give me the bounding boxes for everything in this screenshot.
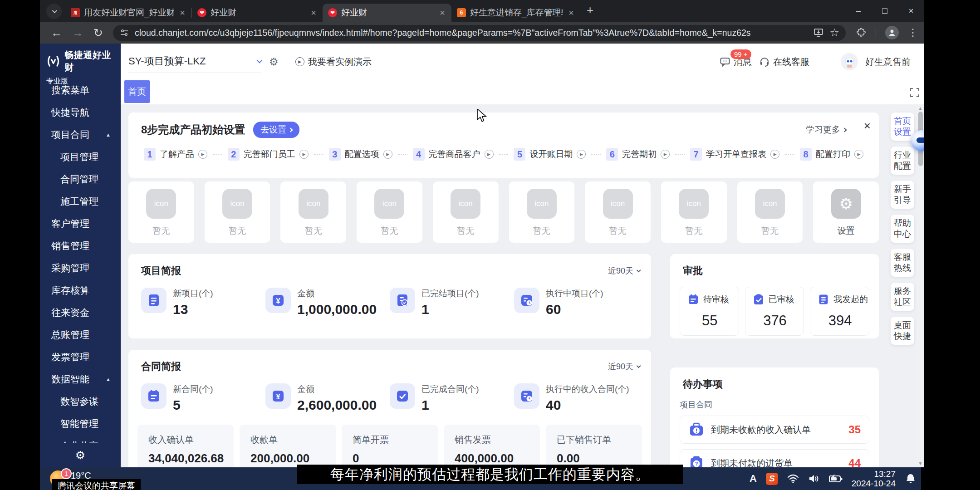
setup-step[interactable]: 8配置打印▶	[800, 148, 863, 161]
shortcut-card[interactable]: icon暂无	[128, 181, 194, 243]
browser-tab-3-active[interactable]: ❤ 好业财 ×	[323, 4, 451, 22]
shortcut-card[interactable]: icon暂无	[737, 181, 803, 243]
tab-search-button[interactable]	[46, 4, 62, 19]
tab-close-icon[interactable]: ×	[309, 8, 318, 18]
shortcut-card[interactable]: icon暂无	[433, 181, 499, 243]
minimize-button[interactable]: –	[845, 6, 872, 16]
maximize-button[interactable]: □	[872, 6, 898, 16]
approval-initiated-card[interactable]: 我发起的 394	[810, 287, 869, 336]
extensions-icon[interactable]	[856, 27, 867, 38]
sidebar-item-project-mgmt[interactable]: 项目管理	[40, 146, 121, 168]
account-selector[interactable]: SY-项目预算-LKZ	[128, 54, 261, 73]
user-avatar[interactable]	[841, 53, 858, 70]
reload-icon[interactable]: ↻	[93, 26, 103, 39]
date-range-select[interactable]: 近90天	[608, 361, 639, 372]
browser-tab-4[interactable]: 6 好生意进销存_库存管理软件系统 ×	[451, 4, 580, 22]
tab-title: 用友好业财官网_好业财报价_ap	[84, 7, 174, 19]
rail-service-community[interactable]: 服务社区	[891, 283, 914, 311]
tab-close-icon[interactable]: ×	[567, 8, 576, 18]
browser-profile-avatar[interactable]	[885, 26, 899, 39]
sidebar-item-quick-nav[interactable]: 快捷导航	[40, 101, 121, 123]
setup-step[interactable]: 4完善商品客户▶	[413, 148, 494, 161]
tile-income-confirm[interactable]: 收入确认单34,040,026.68	[137, 425, 234, 467]
sogou-input-icon[interactable]: S	[766, 473, 778, 485]
setup-step[interactable]: 1了解产品▶	[144, 148, 207, 161]
scroll-up-icon[interactable]: ▲	[917, 106, 923, 111]
sidebar-item-data-intelligence[interactable]: 数据智能▲	[40, 368, 121, 390]
rail-novice-guide[interactable]: 新手引导	[891, 181, 914, 209]
shortcut-card[interactable]: icon暂无	[509, 181, 575, 243]
sidebar-item-contract-mgmt[interactable]: 合同管理	[40, 168, 121, 190]
sidebar-item-purchase-mgmt[interactable]: 采购管理	[40, 257, 121, 279]
fullscreen-icon[interactable]	[910, 88, 920, 98]
sidebar-item-smart-advisor[interactable]: 数智参谋	[40, 390, 121, 412]
tile-sales-orders[interactable]: 已下销售订单0.00	[546, 425, 642, 467]
bookmark-star-icon[interactable]: ☆	[829, 26, 839, 39]
sidebar-item-funds[interactable]: 往来资金	[40, 301, 121, 323]
date-range-select[interactable]: 近90天	[608, 265, 639, 276]
browser-tab-2[interactable]: ❤ 好业财 ×	[192, 4, 323, 22]
setup-step[interactable]: 6完善期初▶	[606, 148, 670, 161]
rail-desktop-shortcut[interactable]: 桌面快捷	[891, 317, 914, 345]
header-gear-icon[interactable]: ⚙	[269, 56, 279, 68]
browser-tab-1[interactable]: 用 用友好业财官网_好业财报价_ap ×	[65, 4, 191, 22]
sidebar-item-smart-mgmt[interactable]: 智能管理	[40, 412, 121, 435]
forward-icon[interactable]: →	[72, 26, 83, 39]
tile-receipt[interactable]: 收款单200,000.00	[240, 425, 336, 467]
placeholder-icon: icon	[451, 189, 480, 219]
window-close-button[interactable]: ×	[898, 6, 924, 16]
browser-menu-kebab-icon[interactable]: ⋮	[908, 27, 918, 39]
learn-more-link[interactable]: 学习更多	[806, 124, 846, 136]
sidebar-item-construction-mgmt[interactable]: 施工管理	[40, 190, 121, 212]
todo-item-unpaid-income[interactable]: 到期未收款的收入确认单 35	[680, 416, 869, 444]
approval-pending-card[interactable]: 待审核 55	[680, 287, 739, 336]
rail-service-hotline[interactable]: 客服热线	[891, 249, 914, 277]
shortcut-card[interactable]: icon暂无	[661, 181, 727, 243]
volume-icon[interactable]	[808, 474, 820, 484]
todo-item-unpaid-purchase[interactable]: ? 到期未付款的进货单 44	[680, 449, 869, 467]
setup-step[interactable]: 2完善部门员工▶	[228, 148, 309, 161]
shortcut-card[interactable]: icon暂无	[585, 181, 651, 243]
setup-step[interactable]: 5设开账日期▶	[514, 148, 586, 161]
shortcut-card[interactable]: icon暂无	[205, 181, 270, 243]
banner-close-icon[interactable]: ×	[864, 119, 871, 133]
ime-indicator[interactable]: A	[750, 473, 757, 485]
url-bar[interactable]: cloud.chanjet.com/cc/u3qbjeje1156/fjpeuq…	[113, 25, 846, 41]
scroll-down-icon[interactable]: ▼	[917, 461, 923, 466]
battery-icon[interactable]	[829, 474, 843, 483]
sidebar-item-ledger[interactable]: 总账管理	[40, 323, 121, 346]
shortcut-card[interactable]: icon暂无	[357, 181, 422, 243]
setup-step[interactable]: 7学习开单查报表▶	[690, 148, 779, 161]
tab-home[interactable]: 首页	[124, 80, 150, 103]
sidebar-item-search-menu[interactable]: 搜索菜单	[40, 79, 121, 101]
go-setup-button[interactable]: 去设置	[253, 122, 299, 138]
sidebar-item-inventory[interactable]: 库存核算	[40, 279, 121, 301]
online-support-button[interactable]: 在线客服	[759, 56, 809, 68]
sidebar-item-customer-mgmt[interactable]: 客户管理	[40, 212, 121, 235]
sidebar-settings-gear-icon[interactable]: ⚙	[75, 449, 85, 462]
back-icon[interactable]: ←	[51, 26, 62, 39]
site-info-icon[interactable]	[119, 28, 129, 38]
tab-close-icon[interactable]: ×	[438, 8, 447, 18]
rail-help-center[interactable]: 帮助中心	[891, 215, 914, 243]
install-app-icon[interactable]	[813, 27, 824, 38]
notification-bell-icon[interactable]: z	[905, 473, 916, 485]
sidebar-item-invoice[interactable]: 发票管理	[40, 346, 121, 368]
tile-sales-invoice[interactable]: 销售发票400,000.00	[444, 425, 540, 467]
tile-simple-invoice[interactable]: 简单开票0	[342, 425, 438, 467]
setup-step[interactable]: 3配置选项▶	[329, 148, 392, 161]
approval-approved-card[interactable]: 已审核 376	[745, 287, 804, 336]
messages-button[interactable]: 消息 99 +	[720, 56, 752, 68]
new-tab-button[interactable]: +	[587, 3, 593, 17]
url-text[interactable]: cloud.chanjet.com/cc/u3qbjeje1156/fjpeuq…	[135, 28, 751, 38]
shortcut-settings-card[interactable]: ⚙设置	[813, 181, 879, 243]
rail-industry-config[interactable]: 行业配置	[891, 147, 914, 175]
sidebar-item-sales-mgmt[interactable]: 销售管理	[40, 235, 121, 257]
rail-home-settings[interactable]: 首页设置	[891, 113, 914, 141]
shortcut-card[interactable]: icon暂无	[280, 181, 346, 243]
taskbar-clock[interactable]: 13:27 2024-10-24	[852, 469, 896, 488]
tab-close-icon[interactable]: ×	[178, 8, 187, 18]
wifi-icon[interactable]	[787, 474, 799, 484]
demo-link[interactable]: ▶ 我要看实例演示	[295, 56, 372, 68]
sidebar-item-project-contract[interactable]: 项目合同▲	[40, 123, 121, 146]
